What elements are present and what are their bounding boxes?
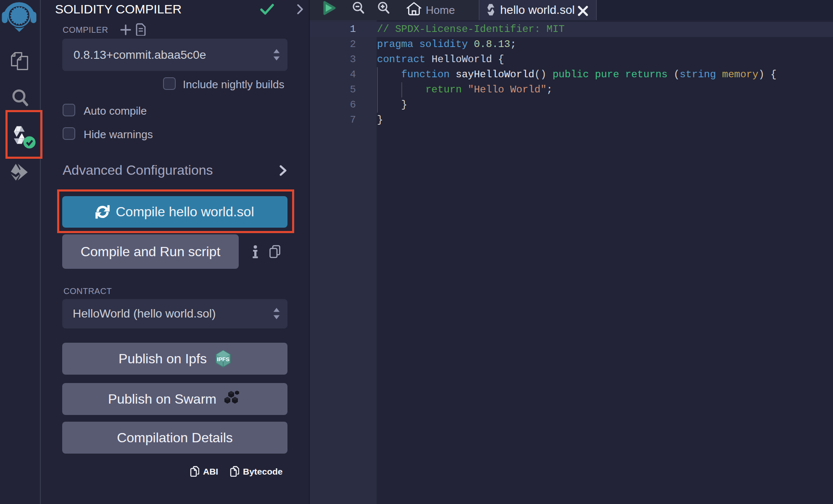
svg-text:IPFS: IPFS [217, 356, 229, 362]
